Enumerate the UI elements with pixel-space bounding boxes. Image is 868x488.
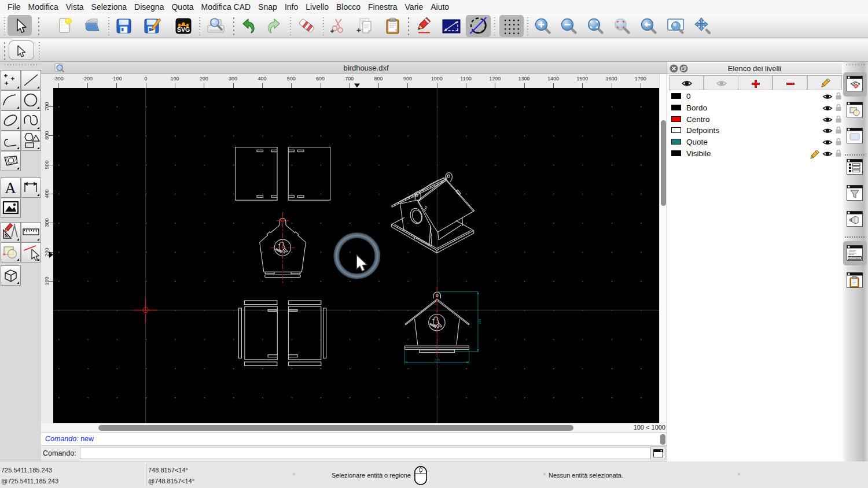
svg-text:500: 500 <box>44 160 50 169</box>
svg-text:100: 100 <box>44 276 50 285</box>
svg-text:command: command <box>849 257 860 260</box>
svg-text:SVG: SVG <box>177 26 190 33</box>
svg-text:200: 200 <box>44 247 50 256</box>
svg-text:300: 300 <box>44 218 50 227</box>
svg-text:400: 400 <box>44 189 50 198</box>
svg-text:225: 225 <box>478 319 481 324</box>
svg-text:A: A <box>5 179 16 197</box>
svg-text:700: 700 <box>44 102 50 110</box>
svg-text:220: 220 <box>435 358 440 362</box>
svg-text:600: 600 <box>44 131 50 139</box>
